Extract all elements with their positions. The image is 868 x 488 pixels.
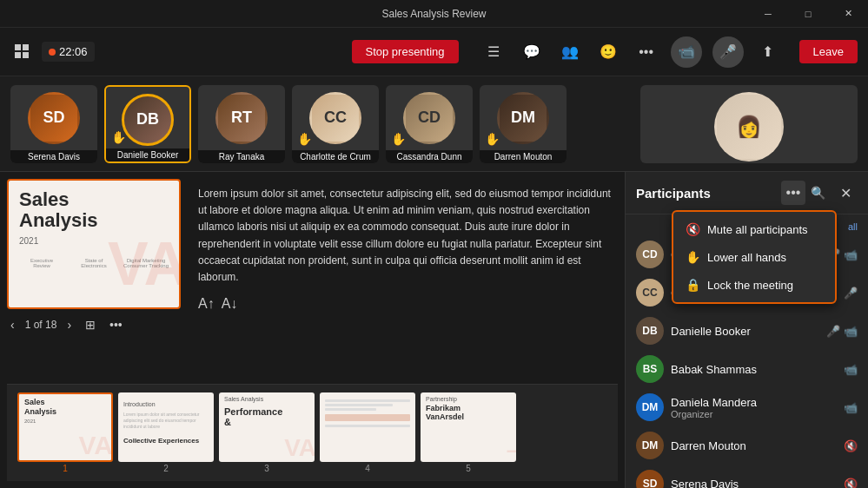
participant-thumb-2[interactable]: RT Ray Tanaka [198, 85, 285, 163]
panel-title: Participants [636, 186, 781, 201]
chat-icon[interactable]: 💬 [518, 38, 546, 66]
thumb-item-5[interactable]: Partnership FabrikamVanArsdel – 5 [421, 392, 516, 473]
list-item[interactable]: DM Darren Mouton 🔇 [626, 426, 868, 465]
more-icon[interactable]: ••• [633, 38, 660, 66]
avatar-serena: SD [28, 92, 80, 144]
thumb-slide-5[interactable]: Partnership FabrikamVanArsdel – [421, 392, 516, 462]
chat-menu-icon[interactable]: ☰ [480, 38, 507, 66]
thumb-item-2[interactable]: Introduction Lorem ipsum dolor sit amet … [118, 392, 214, 473]
lock-meeting-item[interactable]: 🔒 Lock the meeting [673, 271, 835, 299]
prev-slide-button[interactable]: ‹ [7, 316, 18, 333]
thumb-slide-3[interactable]: Sales Analysis Performance& VA [219, 392, 315, 462]
meeting-toolbar: ☰ 💬 👥 🙂 ••• 📹 🎤 ⬆ Leave [480, 36, 858, 68]
mic-icon: 🎤 [826, 325, 840, 338]
panel-more-button[interactable]: ••• [781, 181, 805, 205]
mute-icon: 🔇 [686, 222, 700, 236]
mic-icon: 🔇 [844, 478, 858, 489]
mic-button[interactable]: 🎤 [712, 36, 744, 68]
participant-label-4: Cassandra Dunn [386, 150, 473, 163]
participants-panel: Participants ••• 🔍 ✕ 🔇 Mute all particip… [625, 172, 868, 488]
slide-body-content: Lorem ipsum dolor sit amet, consectetur … [191, 179, 618, 384]
thumb-slide-4[interactable] [320, 392, 415, 462]
camera-button[interactable]: 📹 [671, 36, 702, 68]
text-size-controls: A↑ A↓ [198, 296, 611, 312]
participant-label-3: Charlotte de Crum [292, 150, 379, 163]
lower-hands-item[interactable]: ✋ Lower all hands [673, 243, 835, 271]
close-button[interactable]: ✕ [828, 0, 868, 28]
thumb-title-2: Introduction [123, 401, 209, 408]
col1: ExecutiveReview [17, 258, 66, 268]
participant-thumb-4[interactable]: CD ✋ Cassandra Dunn [386, 85, 473, 163]
next-slide-button[interactable]: › [63, 316, 75, 333]
thumb-slide-1[interactable]: SalesAnalysis 2021 VA [17, 392, 113, 462]
name-darren: Darren Mouton [671, 439, 837, 452]
list-item[interactable]: DM Daniela Mandera Organizer 📹 [626, 388, 868, 426]
avatar-charlotte: CC [309, 92, 361, 144]
context-menu: 🔇 Mute all participants ✋ Lower all hand… [672, 210, 837, 304]
participant-label-2: Ray Tanaka [198, 150, 285, 163]
panel-search-button[interactable]: 🔍 [805, 181, 830, 205]
icons-danielle: 🎤 📹 [826, 325, 858, 338]
list-item[interactable]: DB Danielle Booker 🎤 📹 [626, 312, 868, 350]
duplicate-button[interactable]: ⊞ [82, 316, 99, 333]
mute-all-item[interactable]: 🔇 Mute all participants [673, 215, 835, 243]
svg-rect-2 [15, 52, 21, 58]
name-serena: Serena Davis [671, 478, 837, 489]
slide-main-container: SalesAnalysis 2021 VA ExecutiveReview St… [7, 179, 618, 384]
thumb-item-4[interactable]: 4 [320, 392, 415, 473]
avatar-daniela-p: DM [636, 393, 664, 421]
text-increase-button[interactable]: A↑ [198, 296, 215, 312]
slide-main-title: SalesAnalysis [9, 181, 179, 234]
more-slides-button[interactable]: ••• [106, 316, 126, 333]
participant-thumb-0[interactable]: SD Serena Davis [10, 85, 97, 163]
thumb-label-2: Collective Experiences [123, 437, 209, 445]
icons-serena: 🔇 [844, 478, 858, 489]
reactions-icon[interactable]: 🙂 [594, 38, 622, 66]
avatar-charlotte-p: CC [636, 279, 664, 307]
slide-body-text: Lorem ipsum dolor sit amet, consectetur … [198, 186, 611, 286]
text-decrease-button[interactable]: A↓ [222, 296, 238, 312]
list-item[interactable]: SD Serena Davis 🔇 [626, 465, 868, 488]
svg-rect-3 [23, 52, 29, 58]
participant-label-0: Serena Davis [10, 150, 97, 163]
avatar-danielle-p: DB [636, 317, 664, 345]
avatar-darren-p: DM [636, 432, 664, 459]
thumb-num-2: 2 [118, 464, 214, 473]
thumb-num-5: 5 [421, 464, 516, 473]
maximize-button[interactable]: □ [788, 0, 828, 28]
thumb-year-1: 2021 [24, 419, 106, 424]
participant-thumb-3[interactable]: CC ✋ Charlotte de Crum [292, 85, 379, 163]
icons-charlotte: 🎤 [844, 287, 858, 300]
thumb-partner-title: FabrikamVanArsdel [426, 404, 511, 421]
presenter-video[interactable]: 👩 [640, 85, 858, 163]
presentation-area: SalesAnalysis 2021 VA ExecutiveReview St… [0, 172, 625, 488]
leave-button[interactable]: Leave [799, 40, 858, 63]
avatar-darren: DM [497, 92, 549, 144]
participant-thumb-5[interactable]: DM ✋ Darren Mouton [480, 85, 567, 163]
thumb-item-3[interactable]: Sales Analysis Performance& VA 3 [219, 392, 315, 473]
thumb-item-1[interactable]: SalesAnalysis 2021 VA 1 [17, 392, 113, 473]
name-danielle: Danielle Booker [671, 325, 819, 338]
participant-thumb-1[interactable]: DB ✋ Danielle Booker [104, 85, 191, 163]
video-icon: 📹 [844, 363, 858, 376]
panel-header: Participants ••• 🔍 ✕ [626, 172, 868, 214]
thumb-title-3: Sales Analysis [224, 396, 309, 403]
participants-icon[interactable]: 👥 [556, 38, 584, 66]
avatar-cassandra: CD [403, 92, 455, 144]
stop-presenting-button[interactable]: Stop presenting [352, 40, 459, 63]
slide-panel: SalesAnalysis 2021 VA ExecutiveReview St… [7, 179, 181, 384]
thumb-slide-2[interactable]: Introduction Lorem ipsum dolor sit amet … [118, 392, 214, 462]
panel-close-button[interactable]: ✕ [833, 181, 858, 205]
list-item[interactable]: BS Babak Shammas 📹 [626, 350, 868, 388]
share-button[interactable]: ⬆ [754, 38, 782, 66]
thumb-num-3: 3 [219, 464, 315, 473]
thumb-num-1: 1 [17, 464, 113, 473]
thumb-bg-1: VA [79, 431, 111, 460]
hand-badge-1: ✋ [111, 130, 126, 144]
thumb-text-2: Lorem ipsum dolor sit amet consectetur a… [123, 412, 209, 430]
icons-darren: 🔇 [844, 439, 858, 452]
minimize-button[interactable]: ─ [748, 0, 788, 28]
meeting-bar: 22:06 Stop presenting ☰ 💬 👥 🙂 ••• 📹 🎤 ⬆ … [0, 28, 868, 76]
main-area: SalesAnalysis 2021 VA ExecutiveReview St… [0, 172, 868, 488]
grid-icon[interactable] [10, 40, 35, 64]
